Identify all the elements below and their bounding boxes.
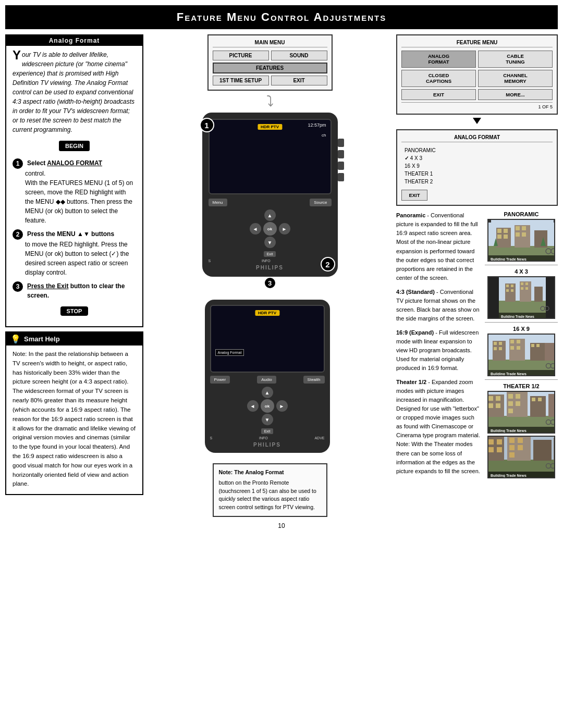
svg-rect-19 (554, 220, 555, 223)
feature-btn-memory[interactable]: CHANNELMEMORY (478, 70, 553, 87)
svg-rect-91 (497, 447, 502, 452)
menu-btn-picture[interactable]: PICTURE (213, 51, 269, 60)
svg-rect-47 (494, 342, 497, 345)
right-content: Panoramic - Conventional picture is expa… (396, 211, 558, 480)
menu-btn-tv[interactable]: Menu (209, 199, 227, 206)
svg-rect-73 (516, 394, 520, 399)
svg-rect-39 (534, 287, 543, 302)
begin-button[interactable]: BEGIN (59, 141, 90, 151)
nav-arrow-down[interactable]: ▼ (264, 237, 276, 248)
mode-row-panoramic: PANORAMIC (485, 211, 558, 262)
svg-rect-89 (497, 439, 502, 445)
svg-rect-37 (521, 287, 523, 290)
step-2: 2 Press the MENU ▲▼ buttons to move the … (13, 229, 136, 277)
option-panoramic[interactable]: PANORAMIC (405, 146, 549, 154)
option-16x9[interactable]: 16 X 9 (405, 162, 549, 170)
power-btn[interactable]: Power (210, 376, 230, 384)
menu-btn-sound[interactable]: SOUND (271, 51, 327, 60)
stop-button[interactable]: STOP (60, 306, 89, 316)
analog-format-menu-title: ANALOG FORMAT (401, 134, 553, 142)
analog-format-label: Analog Format (215, 349, 244, 356)
svg-rect-55 (517, 346, 520, 350)
nav-arrow-left-2[interactable]: ◄ (247, 400, 259, 412)
smart-help-box: 💡 Smart Help Note: In the past the relat… (5, 331, 143, 495)
step-2-number: 2 (13, 229, 23, 240)
feature-btn-analog[interactable]: ANALOGFORMAT (401, 51, 476, 68)
main-menu-screenshot: MAIN MENU PICTURE SOUND FEATURES 1ST TIM… (207, 34, 333, 91)
theater1-svg: Building Trade News (488, 392, 555, 434)
nav-ok-btn-2[interactable]: ok (261, 399, 274, 413)
desc-theater: Theater 1/2 - Expanded zoom modes with p… (396, 378, 482, 476)
svg-rect-10 (522, 226, 526, 230)
note-title: Note: The Analog Format (219, 468, 321, 477)
desc-theater-body: - Expanded zoom modes with picture image… (396, 379, 480, 474)
tv-device-lower: HDR PTV Analog Format Power Audio Stealt… (205, 300, 335, 453)
stop-wrapper: STOP (13, 304, 136, 318)
info-label-2: INFO (259, 436, 268, 440)
desc-4x3: 4:3 (Standard) - Conventional TV picture… (396, 288, 482, 323)
svg-rect-36 (525, 282, 528, 285)
svg-rect-80 (548, 394, 555, 417)
svg-rect-11 (516, 232, 520, 237)
nav-arrow-right[interactable]: ► (279, 223, 290, 235)
desc-16x9: 16:9 (Expand) - Full widescreen mode wit… (396, 328, 482, 373)
stealth-btn[interactable]: Stealth (303, 376, 325, 384)
mode-label-panoramic: PANORAMIC (504, 211, 538, 217)
mode-row-16x9: 16 X 9 (485, 326, 558, 376)
note-box: Note: The Analog Format button on the Pr… (213, 463, 327, 517)
desc-panoramic-title: Panoramic (396, 212, 425, 218)
feature-btn-more[interactable]: MORE... (478, 89, 553, 100)
main-menu-title: MAIN MENU (213, 40, 327, 47)
svg-rect-88 (488, 439, 494, 445)
feature-btn-exit[interactable]: EXIT (401, 89, 476, 100)
theater2-svg: Building Trade News (488, 437, 555, 478)
svg-rect-97 (509, 452, 515, 458)
exit-btn-tv[interactable]: Exit (264, 251, 276, 257)
menu-btn-exit[interactable]: EXIT (271, 76, 327, 85)
analog-exit-btn[interactable]: EXIT (401, 190, 427, 201)
svg-rect-52 (510, 340, 514, 343)
svg-rect-74 (508, 401, 513, 406)
step-3-number: 3 (13, 281, 23, 292)
mode-label-theater: THEATER 1/2 (503, 383, 539, 389)
analog-format-header: Analog Format (6, 35, 142, 46)
svg-rect-70 (496, 403, 500, 408)
svg-text:Building Trade News: Building Trade News (491, 474, 527, 478)
philips-logo-upper: PHILIPS (209, 265, 332, 270)
nav-arrow-down-2[interactable]: ▼ (262, 414, 273, 425)
svg-text:Building Trade News: Building Trade News (501, 315, 534, 319)
option-4x3[interactable]: 4 X 3 (405, 154, 549, 162)
begin-wrapper: BEGIN (13, 138, 136, 154)
svg-rect-21 (554, 260, 555, 262)
bulb-icon: 💡 (10, 334, 21, 344)
menu-btn-features[interactable]: FEATURES (213, 63, 327, 73)
thumb-theater-1: Building Trade News (487, 391, 555, 434)
info-row-2: S INFO ADVE (210, 436, 325, 440)
option-theater1[interactable]: THEATER 1 (405, 170, 549, 178)
feature-btn-cable[interactable]: CABLETUNING (478, 51, 553, 68)
svg-rect-26 (546, 277, 555, 319)
down-arrow-1 (396, 118, 558, 124)
nav-ok-btn[interactable]: ok (263, 222, 277, 236)
audio-btn[interactable]: Audio (257, 376, 276, 384)
svg-rect-58 (536, 344, 540, 347)
source-btn-tv[interactable]: Source (310, 199, 331, 206)
menu-btn-setup[interactable]: 1ST TIME SETUP (213, 76, 269, 85)
exit-btn-tv-2[interactable]: Exit (261, 428, 274, 434)
nav-arrow-left[interactable]: ◄ (250, 223, 261, 235)
side-btn-1[interactable] (338, 139, 344, 147)
nav-arrow-right-2[interactable]: ► (276, 400, 288, 412)
nav-arrow-up-2[interactable]: ▲ (262, 387, 273, 398)
svg-rect-9 (516, 226, 520, 230)
option-theater2[interactable]: THEATER 2 (405, 178, 549, 186)
feature-btn-captions[interactable]: CLOSEDCAPTIONS (401, 70, 476, 87)
side-btn-3[interactable] (338, 162, 344, 170)
curved-arrow-1: ⤵ (266, 93, 274, 110)
step-1-title: Select ANALOG FORMAT (27, 158, 102, 168)
nav-arrow-up[interactable]: ▲ (264, 209, 276, 221)
hdr-ptv-badge-2: HDR PTV (255, 310, 279, 316)
side-btn-4[interactable] (338, 173, 344, 181)
svg-rect-57 (531, 344, 534, 347)
feature-menu-title: FEATURE MENU (401, 40, 553, 47)
side-btn-2[interactable] (338, 150, 344, 158)
